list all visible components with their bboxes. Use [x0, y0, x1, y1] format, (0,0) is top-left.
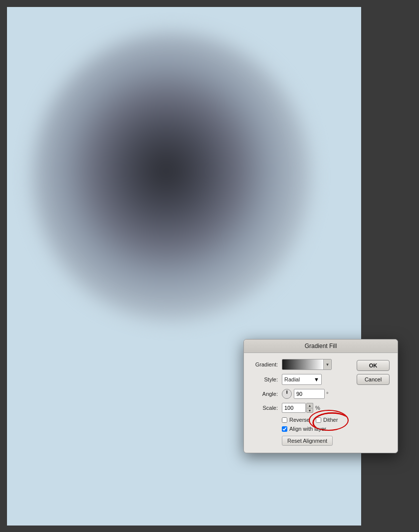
gradient-label: Gradient: [252, 361, 278, 367]
align-row: Align with layer [282, 426, 352, 432]
gradient-preview [282, 359, 323, 369]
ok-button[interactable]: OK [357, 360, 390, 371]
dither-label: Dither [323, 417, 338, 423]
gradient-fill-dialog: Gradient Fill Gradient: ▼ Style: Radial [243, 339, 398, 453]
scale-input[interactable] [282, 403, 306, 413]
dialog-title: Gradient Fill [305, 343, 337, 350]
degree-symbol: ° [326, 391, 328, 397]
gradient-row: Gradient: ▼ [252, 359, 352, 370]
align-checkbox-item[interactable]: Align with layer [282, 426, 326, 432]
style-value: Radial [284, 376, 314, 382]
scale-up-btn[interactable]: ▲ [306, 403, 313, 408]
angle-input[interactable] [294, 389, 325, 399]
reset-btn-row: Reset Alignment [282, 436, 352, 446]
scale-label: Scale: [252, 405, 278, 411]
align-label: Align with layer [289, 426, 326, 432]
angle-label: Angle: [252, 391, 278, 397]
reset-alignment-button[interactable]: Reset Alignment [282, 436, 333, 446]
angle-dial[interactable] [282, 389, 292, 399]
scale-unit: % [315, 405, 320, 411]
gradient-blob [32, 32, 311, 321]
style-selector[interactable]: Radial ▼ [282, 374, 322, 385]
style-label: Style: [252, 376, 278, 382]
scale-row: Scale: ▲ ▼ % [252, 403, 352, 413]
style-row: Style: Radial ▼ [252, 374, 352, 385]
style-dropdown-arrow: ▼ [314, 376, 319, 382]
scale-stepper[interactable]: ▲ ▼ [306, 403, 313, 413]
reverse-checkbox[interactable] [282, 417, 287, 423]
cancel-button[interactable]: Cancel [357, 374, 390, 385]
reverse-checkbox-item[interactable]: Reverse [282, 417, 310, 423]
gradient-dropdown-arrow[interactable]: ▼ [323, 359, 331, 369]
reverse-label: Reverse [289, 417, 310, 423]
reverse-dither-row: Reverse Dither [282, 417, 352, 423]
align-checkbox[interactable] [282, 426, 287, 432]
dialog-titlebar: Gradient Fill [244, 340, 398, 353]
gradient-selector[interactable]: ▼ [282, 359, 332, 370]
dither-checkbox[interactable] [316, 417, 321, 423]
scale-down-btn[interactable]: ▼ [306, 408, 313, 413]
dialog-action-buttons: OK Cancel [357, 359, 390, 446]
angle-row: Angle: ° [252, 389, 352, 399]
dither-checkbox-item[interactable]: Dither [316, 417, 338, 423]
